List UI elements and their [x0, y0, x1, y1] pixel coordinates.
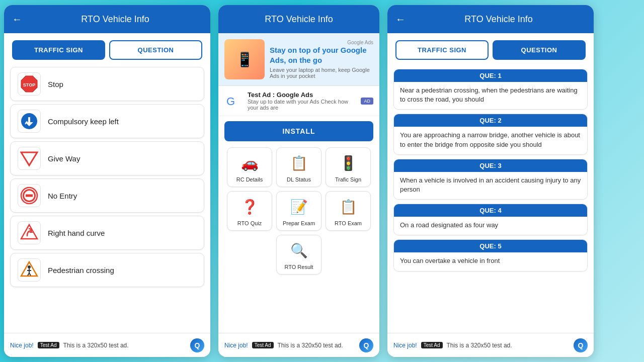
nice-job-text: Nice job! [393, 342, 417, 349]
give-way-sign-icon [18, 147, 41, 170]
ad-card-title: Test Ad : Google Ads [248, 91, 356, 99]
list-item[interactable]: Right hand curve [10, 216, 204, 250]
ad-badge: Test Ad [421, 342, 443, 348]
panel1-header: ← RTO Vehicle Info [4, 5, 210, 33]
install-button[interactable]: INSTALL [224, 121, 373, 141]
que-header-1: QUE: 1 [394, 69, 587, 82]
rto-exam-icon: 📋 [337, 196, 359, 218]
question-card-1[interactable]: QUE: 1 Near a pedestrian crossing, when … [393, 69, 588, 110]
sign-pedestrian-label: Pedestrian crossing [48, 266, 114, 275]
ad-banner-text-block: Google Ads Stay on top of your Google Ad… [270, 40, 373, 79]
ad-card-info: Test Ad : Google Ads Stay up to date wit… [248, 91, 356, 111]
grid-item-traffic-sign[interactable]: 🚦 Trafic Sign [326, 147, 371, 187]
traffic-sign-label: Trafic Sign [335, 176, 361, 183]
que-header-5: QUE: 5 [394, 240, 587, 252]
panel-traffic-signs: ← RTO Vehicle Info TRAFFIC SIGN QUESTION… [4, 5, 210, 357]
no-entry-sign-icon [18, 184, 41, 207]
que-body-4: On a road designated as four way [394, 217, 587, 235]
panel3-tab-row: TRAFFIC SIGN QUESTION [387, 33, 594, 65]
traffic-sign-icon: 🚦 [337, 152, 359, 174]
question-card-2[interactable]: QUE: 2 You are approaching a narrow brid… [393, 114, 588, 154]
grid-item-rto-quiz[interactable]: ❓ RTO Quiz [227, 191, 272, 231]
traffic-sign-tab[interactable]: TRAFFIC SIGN [12, 40, 105, 60]
ad-badge: Test Ad [252, 342, 274, 348]
sign-right-curve-label: Right hand curve [48, 229, 105, 237]
rto-quiz-label: RTO Quiz [237, 220, 262, 226]
ad-badge: Test Ad [38, 342, 59, 348]
list-item[interactable]: No Entry [10, 178, 204, 213]
que-body-5: You can overtake a vehicle in front [394, 252, 587, 270]
rc-details-icon: 🚗 [238, 152, 261, 174]
rc-details-label: RC Details [236, 176, 263, 183]
sign-stop-label: Stop [48, 80, 63, 88]
google-ads-label: Google Ads [270, 40, 373, 45]
svg-text:STOP: STOP [23, 82, 35, 87]
panel1-tab-row: TRAFFIC SIGN QUESTION [4, 33, 210, 65]
sign-keep-left-label: Compulsory keep left [48, 117, 119, 126]
question-card-4[interactable]: QUE: 4 On a road designated as four way [393, 204, 588, 235]
que-header-2: QUE: 2 [394, 114, 587, 127]
ad-text: This is a 320x50 test ad. [63, 342, 187, 349]
rto-exam-label: RTO Exam [335, 220, 362, 226]
dl-status-label: DL Status [287, 176, 311, 183]
ad-headline: Stay on top of your Google Ads, on the g… [270, 45, 373, 65]
google-ads-icon: G [224, 92, 243, 110]
list-item[interactable]: Compulsory keep left [10, 104, 204, 138]
ad-tag-badge: AD [361, 98, 373, 105]
ad-logo-icon: Q [190, 338, 204, 352]
panel2-ad-bar: Nice job! Test Ad This is a 320x50 test … [218, 333, 379, 357]
nice-job-text: Nice job! [10, 342, 34, 349]
panel3-ad-bar: Nice job! Test Ad This is a 320x50 test … [387, 333, 594, 357]
grid-item-prepar-exam[interactable]: 📝 Prepar Exam [276, 191, 321, 231]
nice-job-text: Nice job! [224, 342, 248, 349]
google-ad-banner: 📱 Google Ads Stay on top of your Google … [218, 33, 379, 86]
grid-item-dl-status[interactable]: 📋 DL Status [276, 147, 321, 187]
list-item[interactable]: Give Way [10, 141, 204, 175]
question-tab[interactable]: QUESTION [493, 40, 586, 60]
panel3-title: RTO Vehicle Info [412, 14, 586, 25]
back-arrow-icon[interactable]: ← [395, 14, 406, 25]
panel2-title: RTO Vehicle Info [265, 14, 333, 25]
ad-text: This is a 320x50 test ad. [447, 342, 570, 349]
rto-result-label: RTO Result [284, 264, 313, 270]
svg-text:G: G [226, 95, 235, 108]
que-body-3: When a vehicle is involved in an acciden… [394, 172, 587, 199]
panel3-header: ← RTO Vehicle Info [387, 5, 594, 33]
pedestrian-sign-icon [18, 258, 41, 282]
que-body-1: Near a pedestrian crossing, when the ped… [394, 82, 587, 109]
svg-point-13 [28, 265, 31, 268]
rto-result-icon: 🔍 [288, 239, 310, 261]
prepar-exam-icon: 📝 [288, 196, 310, 218]
question-card-3[interactable]: QUE: 3 When a vehicle is involved in an … [393, 159, 588, 200]
ad-card-sub: Stay up to date with your Ads Check how … [248, 99, 356, 111]
sign-list: STOP Stop Compulsory keep left [4, 65, 210, 333]
ad-logo-icon: Q [574, 338, 588, 352]
question-card-5[interactable]: QUE: 5 You can overtake a vehicle in fro… [393, 239, 588, 271]
traffic-sign-tab[interactable]: TRAFFIC SIGN [395, 40, 489, 60]
ad-phone-image: 📱 [224, 39, 265, 79]
grid-item-rc-details[interactable]: 🚗 RC Details [227, 147, 272, 187]
sign-give-way-label: Give Way [48, 154, 80, 163]
svg-marker-5 [21, 152, 37, 165]
ad-logo-icon: Q [359, 338, 373, 352]
keep-left-sign-icon [18, 110, 41, 133]
ad-text: This is a 320x50 test ad. [278, 342, 356, 349]
panel1-title: RTO Vehicle Info [28, 14, 202, 25]
panel-questions: ← RTO Vehicle Info TRAFFIC SIGN QUESTION… [387, 5, 594, 357]
list-item[interactable]: STOP Stop [10, 67, 204, 101]
back-arrow-icon[interactable]: ← [12, 14, 22, 25]
list-item[interactable]: Pedestrian crossing [10, 253, 204, 287]
question-tab[interactable]: QUESTION [109, 40, 202, 60]
panel-ad-middle: RTO Vehicle Info 📱 Google Ads Stay on to… [218, 5, 379, 357]
grid-item-rto-result[interactable]: 🔍 RTO Result [276, 235, 321, 275]
rto-quiz-icon: ❓ [238, 196, 261, 218]
que-body-2: You are approaching a narrow bridge, ano… [394, 127, 587, 154]
dl-status-icon: 📋 [288, 152, 310, 174]
sign-no-entry-label: No Entry [48, 192, 77, 200]
que-header-3: QUE: 3 [394, 159, 587, 172]
grid-item-rto-exam[interactable]: 📋 RTO Exam [326, 191, 371, 231]
question-list: QUE: 1 Near a pedestrian crossing, when … [387, 65, 594, 333]
que-header-4: QUE: 4 [394, 204, 587, 217]
panel1-ad-bar: Nice job! Test Ad This is a 320x50 test … [4, 333, 210, 357]
panel2-header: RTO Vehicle Info [218, 5, 379, 33]
